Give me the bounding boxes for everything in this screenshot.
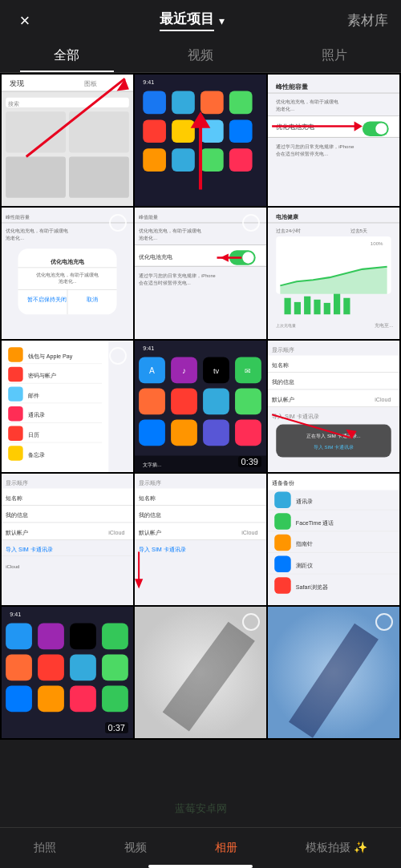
svg-rect-98 — [8, 386, 22, 401]
chevron-down-icon[interactable]: ▾ — [219, 14, 225, 27]
svg-rect-87 — [343, 298, 350, 315]
svg-text:上次充电量: 上次充电量 — [276, 323, 296, 328]
selection-circle-4[interactable] — [109, 214, 127, 232]
grid-item-11[interactable]: 显示顺序 短名称 我的信息 默认帐户 iCloud 导入 SIM 卡通讯录 — [135, 474, 266, 605]
svg-text:显示顺序: 显示顺序 — [272, 347, 294, 353]
selection-circle-15[interactable] — [375, 613, 393, 631]
svg-text:iCloud: iCloud — [6, 563, 20, 569]
grid-item-13[interactable]: 9:41 0:37 — [2, 607, 133, 738]
svg-rect-186 — [274, 535, 291, 551]
svg-text:通过学习您的日常充电规律，iPhone: 通过学习您的日常充电规律，iPhone — [276, 143, 354, 149]
grid-item-9[interactable]: 显示顺序 短名称 我的信息 默认帐户 iCloud 导入 SIM 卡通讯录 正在… — [268, 341, 399, 472]
svg-text:默认帐户: 默认帐户 — [5, 530, 28, 536]
grid-item-1[interactable]: 发现 图板 搜索 — [2, 75, 133, 206]
svg-rect-200 — [6, 654, 32, 680]
bottom-tab-photo[interactable]: 拍照 — [27, 838, 63, 858]
grid-item-7[interactable]: 钱包与 Apple Pay 密码与帐户 邮件 通讯录 日历 备忘录 — [2, 341, 133, 472]
svg-rect-158 — [2, 539, 133, 540]
svg-text:优化电池充电，有助于减缓电: 优化电池充电，有助于减缓电 — [139, 228, 201, 233]
grid-item-15[interactable] — [268, 607, 399, 738]
grid-item-4[interactable]: 峰性能容量 优化电池充电，有助于减缓电 池老化... 优化电池充电 优化电池充电… — [2, 208, 133, 339]
tab-video[interactable]: 视频 — [134, 39, 268, 72]
svg-rect-25 — [200, 148, 224, 172]
grid-item-12[interactable]: 通备备份 通讯录 FaceTime 通话 指南针 测距仪 Safari浏览器 — [268, 474, 399, 605]
title-area: 最近项目 ▾ — [160, 10, 225, 31]
svg-text:FaceTime 通话: FaceTime 通话 — [296, 520, 334, 527]
svg-rect-180 — [274, 492, 291, 509]
svg-text:钱包与 Apple Pay: 钱包与 Apple Pay — [27, 353, 73, 360]
svg-text:会在适当时候暂停充电...: 会在适当时候暂停充电... — [276, 151, 328, 156]
close-button[interactable]: × — [13, 10, 37, 31]
media-grid: 发现 图板 搜索 9:41 — [0, 73, 401, 740]
selection-circle-7[interactable] — [109, 347, 127, 365]
svg-rect-20 — [172, 119, 195, 143]
svg-rect-9 — [6, 157, 66, 198]
svg-text:优化电池充电: 优化电池充电 — [139, 254, 172, 260]
materials-tab[interactable]: 素材库 — [347, 11, 388, 30]
svg-rect-205 — [38, 685, 64, 712]
svg-text:9:41: 9:41 — [10, 612, 21, 618]
grid-item-10[interactable]: 显示顺序 短名称 我的信息 默认帐户 iCloud 导入 SIM 卡通讯录 iC… — [2, 474, 133, 605]
svg-text:短名称: 短名称 — [6, 495, 22, 502]
svg-text:日历: 日历 — [28, 432, 39, 438]
grid-item-8[interactable]: 9:41 A ♪ tv ✉ 文字插... 0:39 — [135, 341, 266, 472]
svg-rect-86 — [334, 294, 340, 315]
grid-item-2[interactable]: 9:41 — [135, 75, 266, 206]
svg-rect-82 — [294, 302, 301, 314]
svg-text:充电至...: 充电至... — [375, 322, 393, 328]
selection-circle-14[interactable] — [242, 613, 260, 631]
svg-rect-75 — [268, 222, 399, 223]
svg-rect-206 — [70, 685, 96, 712]
bottom-tab-bar: 拍照 视频 相册 模板拍摄 ✨ — [0, 828, 401, 865]
svg-text:搜索: 搜索 — [8, 101, 19, 107]
bottom-tab-template[interactable]: 模板拍摄 ✨ — [299, 838, 374, 858]
bottom-tab-video[interactable]: 视频 — [118, 838, 153, 858]
svg-rect-23 — [143, 148, 166, 172]
svg-text:优化电池充电，有助于减缓电: 优化电池充电，有助于减缓电 — [276, 99, 338, 104]
svg-text:备忘录: 备忘录 — [28, 451, 45, 458]
svg-text:9:41: 9:41 — [143, 345, 154, 352]
svg-text:A: A — [149, 366, 155, 375]
tab-all[interactable]: 全部 — [0, 39, 134, 72]
svg-rect-83 — [304, 297, 310, 315]
svg-text:池老化...: 池老化... — [276, 106, 294, 111]
selection-circle-5[interactable] — [242, 214, 260, 232]
svg-text:100%: 100% — [371, 240, 383, 246]
top-bar: × 最近项目 ▾ 素材库 — [0, 0, 401, 39]
svg-text:优化电池充电，有助于减缓电: 优化电池充电，有助于减缓电 — [6, 228, 68, 233]
watermark: 蓝莓安卓网 — [0, 801, 401, 816]
svg-text:我的信息: 我的信息 — [6, 512, 28, 519]
bottom-tab-album[interactable]: 相册 — [209, 838, 244, 858]
svg-rect-31 — [268, 93, 399, 94]
svg-text:显示顺序: 显示顺序 — [6, 480, 28, 486]
svg-rect-207 — [102, 685, 128, 712]
svg-text:Safari浏览器: Safari浏览器 — [296, 584, 328, 591]
svg-rect-119 — [139, 388, 165, 414]
svg-rect-189 — [274, 556, 291, 573]
svg-rect-203 — [102, 654, 128, 680]
bottom-nav: 拍照 视频 相册 模板拍摄 ✨ — [0, 827, 401, 868]
svg-rect-201 — [38, 654, 64, 680]
svg-rect-133 — [268, 372, 399, 373]
svg-rect-192 — [274, 577, 291, 594]
svg-rect-17 — [200, 91, 224, 115]
svg-text:优化电池充电，有助于减缓电: 优化电池充电，有助于减缓电 — [36, 272, 99, 277]
svg-text:显示顺序: 显示顺序 — [139, 480, 161, 486]
tab-photo[interactable]: 照片 — [267, 39, 401, 72]
grid-item-6[interactable]: 电池健康 过去24小时 过去5天 100% 上次充电量 充电至... — [268, 208, 399, 339]
duration-badge-8: 0:39 — [238, 456, 261, 467]
grid-item-14[interactable] — [135, 607, 266, 738]
svg-text:短名称: 短名称 — [272, 362, 289, 369]
svg-rect-104 — [8, 426, 22, 441]
svg-rect-92 — [8, 347, 22, 361]
grid-item-3[interactable]: 峰性能容量 优化电池充电，有助于减缓电 池老化... 优化电池充电 通过学习您的… — [268, 75, 399, 206]
grid-item-5[interactable]: 峰值能量 优化电池充电，有助于减缓电 池老化... 优化电池充电 通过学习您的日… — [135, 208, 266, 339]
svg-text:取消: 取消 — [87, 297, 98, 303]
svg-text:导入 SIM 卡通讯录: 导入 SIM 卡通讯录 — [139, 547, 186, 553]
svg-rect-16 — [172, 91, 195, 115]
svg-text:9:41: 9:41 — [143, 79, 154, 86]
svg-rect-24 — [172, 148, 195, 172]
svg-rect-81 — [285, 298, 291, 315]
svg-rect-18 — [229, 91, 253, 115]
svg-text:默认帐户: 默认帐户 — [138, 530, 161, 536]
